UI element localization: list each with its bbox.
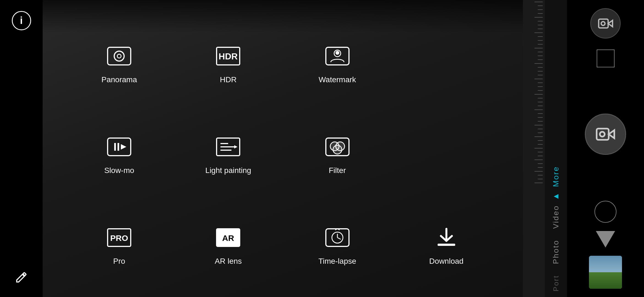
- download-icon-container: [430, 224, 463, 251]
- panorama-label: Panorama: [102, 75, 137, 84]
- svg-line-28: [337, 238, 341, 239]
- edit-button[interactable]: [15, 271, 28, 286]
- tick: [538, 29, 543, 29]
- left-sidebar: i: [0, 0, 43, 297]
- back-button[interactable]: [596, 231, 615, 248]
- tick: [534, 136, 543, 137]
- tick: [538, 102, 543, 102]
- tick: [538, 106, 543, 106]
- hdr-label: HDR: [220, 75, 237, 84]
- tick: [538, 40, 543, 41]
- tick: [538, 175, 543, 175]
- tick: [538, 9, 543, 10]
- secondary-camera-button[interactable]: [590, 8, 621, 38]
- svg-text:HDR: HDR: [219, 51, 238, 61]
- tick: [538, 179, 543, 179]
- svg-point-20: [333, 145, 342, 154]
- svg-text:PRO: PRO: [110, 233, 128, 243]
- mode-slowmo[interactable]: Slow-mo: [65, 113, 174, 195]
- tick: [534, 63, 543, 64]
- tick: [538, 86, 543, 87]
- slowmo-label: Slow-mo: [104, 166, 134, 175]
- tick: [538, 129, 543, 129]
- mode-watermark[interactable]: Watermark: [283, 22, 392, 105]
- ar-lens-icon: AR: [214, 225, 242, 250]
- tick: [534, 183, 543, 183]
- tick: [538, 90, 543, 91]
- tick: [534, 17, 543, 18]
- shutter-button[interactable]: [585, 114, 626, 155]
- mode-download[interactable]: Download: [392, 204, 501, 286]
- mode-ar-lens[interactable]: AR AR lens: [174, 204, 283, 286]
- home-button[interactable]: [594, 201, 616, 223]
- recent-apps-button[interactable]: [597, 50, 615, 67]
- hdr-icon: HDR: [214, 44, 242, 68]
- mode-video[interactable]: Video: [552, 200, 560, 234]
- controls-bottom: [589, 201, 622, 289]
- tick: [534, 32, 543, 33]
- mode-panorama[interactable]: Panorama: [65, 22, 174, 105]
- tick: [538, 52, 543, 52]
- svg-rect-29: [438, 244, 455, 246]
- watermark-label: Watermark: [319, 75, 356, 84]
- tick: [538, 163, 543, 164]
- ruler: [523, 0, 545, 297]
- svg-marker-11: [121, 144, 126, 150]
- svg-point-2: [117, 54, 121, 58]
- mode-filter[interactable]: Filter: [283, 113, 392, 195]
- tick: [538, 144, 543, 145]
- mode-arrow: ◀: [554, 193, 558, 200]
- mode-portrait[interactable]: Port: [552, 270, 560, 297]
- tick: [538, 13, 543, 14]
- tick: [538, 121, 543, 122]
- svg-rect-0: [108, 47, 131, 65]
- tick: [534, 125, 543, 125]
- info-icon: i: [20, 15, 23, 26]
- tick: [538, 98, 543, 98]
- light-painting-icon: [214, 134, 242, 159]
- ar-lens-icon-container: AR: [212, 224, 245, 251]
- tick: [538, 140, 543, 141]
- gallery-thumbnail[interactable]: [589, 256, 622, 289]
- tick: [534, 94, 543, 95]
- controls-column: [567, 0, 644, 297]
- light-painting-icon-container: [212, 133, 245, 161]
- filter-icon: [324, 134, 351, 159]
- tick: [538, 36, 543, 37]
- modes-grid: Panorama HDR HDR: [43, 11, 523, 297]
- tick: [534, 2, 543, 2]
- mode-photo[interactable]: Photo: [552, 234, 560, 270]
- ar-lens-label: AR lens: [215, 257, 242, 266]
- tick: [538, 71, 543, 72]
- mode-hdr[interactable]: HDR HDR: [174, 22, 283, 105]
- right-panel: More ◀ Video Photo Port: [523, 0, 644, 297]
- mode-light-painting[interactable]: Light painting: [174, 113, 283, 195]
- watermark-icon-container: [321, 42, 354, 70]
- info-button[interactable]: i: [12, 11, 31, 30]
- svg-rect-30: [599, 19, 608, 28]
- tick: [538, 167, 543, 168]
- tick: [538, 113, 543, 114]
- watermark-icon: [324, 44, 351, 68]
- mode-time-lapse[interactable]: Time-lapse: [283, 204, 392, 286]
- mode-selector-inner: More ◀ Video Photo Port: [545, 161, 567, 297]
- tick: [538, 56, 543, 56]
- tick: [538, 25, 543, 25]
- download-label: Download: [429, 257, 464, 266]
- tick: [534, 79, 543, 79]
- tick: [538, 21, 543, 21]
- tick: [538, 44, 543, 45]
- time-lapse-icon-container: [321, 224, 354, 251]
- download-icon: [433, 225, 460, 250]
- tick: [534, 160, 543, 160]
- svg-marker-16: [234, 145, 238, 148]
- light-painting-label: Light painting: [205, 166, 251, 175]
- mode-more[interactable]: More: [552, 161, 560, 193]
- pro-icon: PRO: [105, 225, 133, 250]
- hdr-icon-container: HDR: [212, 42, 245, 70]
- mode-pro[interactable]: PRO Pro: [65, 204, 174, 286]
- thumbnail-sky: [589, 256, 622, 272]
- main-camera-view: Panorama HDR HDR: [43, 0, 523, 297]
- tick: [534, 109, 543, 110]
- thumbnail-ground: [589, 272, 622, 289]
